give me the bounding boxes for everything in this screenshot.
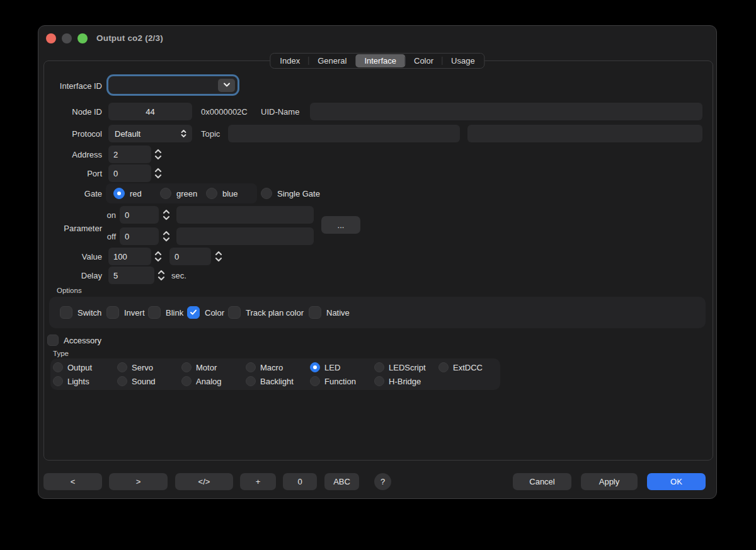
port-field[interactable] <box>108 164 151 182</box>
node-id-hex: 0x0000002C <box>201 107 248 117</box>
gate-label: Gate <box>44 189 102 198</box>
parameter-off-stepper[interactable] <box>161 229 171 244</box>
radio-icon <box>181 376 192 386</box>
zoom-window-icon[interactable] <box>77 33 88 43</box>
checkbox-switch[interactable]: Switch <box>60 306 101 319</box>
parameter-off-text-field[interactable] <box>176 227 314 245</box>
topic-label: Topic <box>201 129 220 139</box>
radio-icon <box>438 362 449 372</box>
parameter-on-text-field[interactable] <box>176 206 314 224</box>
zero-button[interactable]: 0 <box>283 473 317 490</box>
type-radio-macro[interactable]: Macro <box>246 362 310 372</box>
topic-field[interactable] <box>228 125 460 142</box>
type-group-label: Type <box>53 350 69 357</box>
type-radio-led[interactable]: LED <box>310 362 374 372</box>
radio-icon <box>261 188 272 199</box>
radio-icon <box>374 376 384 386</box>
checkmark-icon <box>187 306 200 319</box>
single-gate-radio[interactable]: Single Gate <box>261 188 320 199</box>
protocol-extra-field[interactable] <box>467 125 702 142</box>
gate-radio-green[interactable]: green <box>160 188 197 199</box>
form-panel: Interface ID Node ID 0x0000002C UID-Name… <box>43 60 713 461</box>
delay-field[interactable] <box>108 266 154 284</box>
code-button[interactable]: </> <box>175 473 233 490</box>
options-group-panel: Switch Invert Blink Color Track plan col… <box>49 297 706 328</box>
radio-icon <box>374 362 384 372</box>
tab-strip: Index General Interface Color Usage <box>270 53 484 69</box>
close-window-icon[interactable] <box>46 33 56 43</box>
parameter-on-field[interactable] <box>120 206 159 224</box>
stepper-arrows-icon <box>156 268 166 283</box>
radio-icon <box>53 362 63 372</box>
minimize-window-icon <box>62 33 72 43</box>
gate-radio-blue-label: blue <box>222 189 238 198</box>
tab-usage[interactable]: Usage <box>442 54 484 67</box>
checkbox-switch-label: Switch <box>77 308 101 318</box>
uid-name-field[interactable] <box>310 103 702 120</box>
type-radio-ledscript[interactable]: LEDScript <box>374 362 438 372</box>
gate-radio-blue[interactable]: blue <box>206 188 238 199</box>
address-stepper[interactable] <box>153 147 163 162</box>
tab-color[interactable]: Color <box>405 54 442 67</box>
delay-label: Delay <box>44 271 102 280</box>
parameter-on-label: on <box>105 210 116 220</box>
address-field[interactable] <box>108 146 151 163</box>
port-stepper[interactable] <box>153 166 163 181</box>
type-radio-analog[interactable]: Analog <box>181 376 246 386</box>
abc-button[interactable]: ABC <box>324 473 359 490</box>
parameter-on-stepper[interactable] <box>161 207 171 222</box>
gate-radio-red[interactable]: red <box>113 188 142 199</box>
checkbox-icon <box>309 306 321 319</box>
checkbox-native[interactable]: Native <box>309 306 350 319</box>
stepper-arrows-icon <box>161 229 171 244</box>
type-radio-servo[interactable]: Servo <box>117 362 181 372</box>
parameter-off-field[interactable] <box>120 227 159 245</box>
type-radio-function[interactable]: Function <box>310 376 374 386</box>
type-radio-hbridge[interactable]: H-Bridge <box>374 376 438 386</box>
checkbox-track-plan-color[interactable]: Track plan color <box>228 306 304 319</box>
value-field-2[interactable] <box>169 248 211 265</box>
next-button[interactable]: > <box>109 473 168 490</box>
type-radio-backlight[interactable]: Backlight <box>246 376 310 386</box>
checkbox-icon <box>148 306 161 319</box>
checkbox-color[interactable]: Color <box>187 306 224 319</box>
value-field-1[interactable] <box>108 248 151 265</box>
prev-button[interactable]: < <box>43 473 102 490</box>
up-down-chevrons-icon <box>180 129 187 139</box>
checkbox-icon <box>47 335 59 346</box>
accessory-label: Accessory <box>64 336 101 345</box>
value-stepper-2[interactable] <box>214 249 224 264</box>
node-id-field[interactable] <box>108 103 192 120</box>
apply-button[interactable]: Apply <box>581 473 638 490</box>
stepper-arrows-icon <box>161 207 171 222</box>
type-radio-motor[interactable]: Motor <box>181 362 246 372</box>
type-radio-output[interactable]: Output <box>53 362 117 372</box>
cancel-button[interactable]: Cancel <box>513 473 571 490</box>
dialog-window: Output co2 (2/3) Index General Interface… <box>38 25 717 499</box>
radio-icon <box>310 376 320 386</box>
tab-general[interactable]: General <box>309 54 355 67</box>
stepper-arrows-icon <box>153 249 163 264</box>
tab-index[interactable]: Index <box>271 54 309 67</box>
stepper-arrows-icon <box>153 147 163 162</box>
ok-button[interactable]: OK <box>647 473 706 490</box>
type-radio-lights[interactable]: Lights <box>53 376 117 386</box>
interface-id-label: Interface ID <box>44 81 102 91</box>
add-button[interactable]: + <box>240 473 276 490</box>
checkbox-blink-label: Blink <box>166 308 183 318</box>
radio-icon <box>113 188 125 199</box>
value-label: Value <box>44 252 102 261</box>
interface-id-combobox[interactable] <box>108 76 238 94</box>
checkbox-invert[interactable]: Invert <box>106 306 145 319</box>
type-radio-sound[interactable]: Sound <box>117 376 181 386</box>
delay-stepper[interactable] <box>156 268 166 283</box>
type-radio-extdcc[interactable]: ExtDCC <box>438 362 503 372</box>
checkbox-accessory[interactable]: Accessory <box>47 335 101 346</box>
protocol-popup[interactable]: Default <box>108 125 192 142</box>
value-stepper-1[interactable] <box>153 249 163 264</box>
help-button[interactable]: ? <box>374 473 391 490</box>
checkbox-blink[interactable]: Blink <box>148 306 183 319</box>
combo-dropdown-button[interactable] <box>218 79 235 92</box>
tab-interface[interactable]: Interface <box>355 54 405 67</box>
window-title: Output co2 (2/3) <box>96 33 163 43</box>
